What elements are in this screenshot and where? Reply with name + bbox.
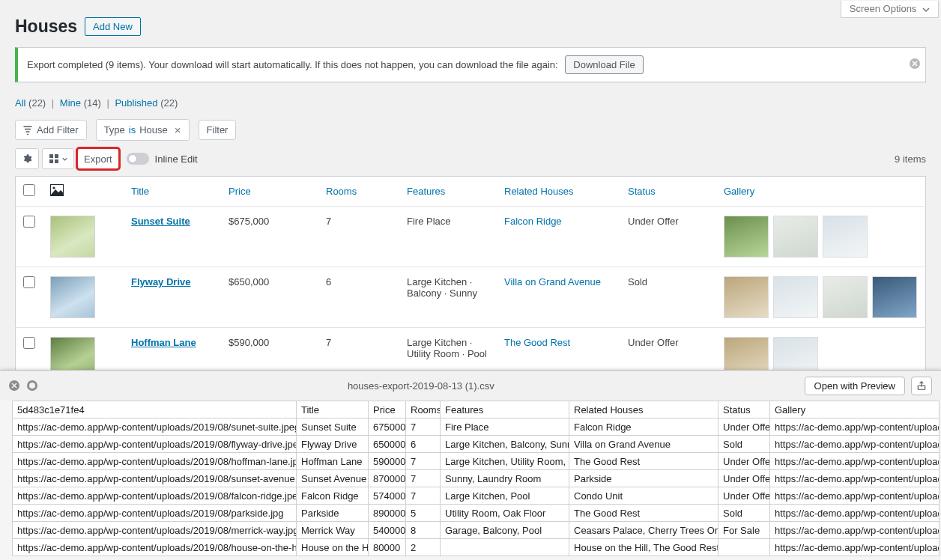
gallery-thumb[interactable]	[773, 276, 818, 318]
csv-cell: Garage, Balcony, Pool	[441, 522, 569, 539]
col-title[interactable]: Title	[124, 177, 221, 207]
col-features[interactable]: Features	[399, 177, 497, 207]
csv-cell: https://ac-demo.app/wp-content/uploads/2…	[13, 419, 297, 436]
csv-header-cell: Related Houses	[569, 401, 718, 419]
open-with-preview-button[interactable]: Open with Preview	[805, 377, 905, 395]
list-table: Title Price Rooms Features Related House…	[15, 176, 926, 389]
screen-options-label: Screen Options	[850, 3, 917, 14]
csv-header-cell: Rooms	[406, 401, 441, 419]
gallery-thumb[interactable]	[724, 216, 769, 258]
csv-cell: Hoffman Lane	[297, 453, 369, 470]
col-rooms[interactable]: Rooms	[318, 177, 399, 207]
col-related[interactable]: Related Houses	[497, 177, 620, 207]
share-button[interactable]	[911, 377, 932, 395]
inline-edit-toggle[interactable]	[127, 153, 149, 165]
row-checkbox[interactable]	[23, 276, 35, 288]
related-house-link[interactable]: Villa on Grand Avenue	[504, 276, 601, 287]
csv-cell: https://ac-demo.app/wp-content/uploads/2…	[13, 522, 297, 539]
filter-chip-op: is	[129, 124, 136, 136]
csv-header-cell: Status	[718, 401, 770, 419]
row-rooms: 7	[318, 207, 399, 267]
download-file-button[interactable]: Download File	[565, 55, 643, 74]
row-checkbox[interactable]	[23, 216, 35, 228]
csv-cell: 650000	[369, 436, 406, 453]
filter-button[interactable]: Filter	[199, 120, 237, 140]
csv-cell: 574000	[369, 487, 406, 505]
add-new-button[interactable]: Add New	[85, 17, 141, 36]
export-button-label: Export	[84, 153, 112, 165]
csv-cell: https://ac-demo.app/wp-content/uploads/2	[770, 487, 940, 505]
filter-chip-value: House	[139, 124, 168, 136]
export-button[interactable]: Export	[77, 148, 119, 169]
svg-rect-4	[55, 159, 58, 163]
secondary-quicklook-button[interactable]	[27, 380, 37, 391]
csv-table: 5d483c1e71fe4TitlePriceRoomsFeaturesRela…	[12, 401, 940, 556]
view-all-count: (22)	[28, 97, 46, 109]
col-status[interactable]: Status	[620, 177, 716, 207]
image-icon	[50, 184, 64, 196]
csv-cell: https://ac-demo.app/wp-content/uploads/2	[770, 522, 940, 539]
notice-message: Export completed (9 items). Your downloa…	[27, 59, 558, 70]
svg-rect-3	[49, 159, 53, 163]
csv-file-name: houses-export-2019-08-13 (1).csv	[37, 380, 805, 392]
csv-cell: 5	[406, 505, 441, 522]
add-filter-button[interactable]: Add Filter	[15, 120, 87, 140]
csv-cell: 8	[406, 522, 441, 539]
related-house-link[interactable]: The Good Rest	[504, 337, 570, 348]
csv-header-cell: 5d483c1e71fe4	[13, 401, 297, 419]
csv-cell: The Good Rest	[569, 453, 718, 470]
caret-down-icon	[62, 156, 67, 162]
select-all-checkbox[interactable]	[23, 184, 35, 196]
csv-header-cell: Title	[297, 401, 369, 419]
svg-point-6	[52, 186, 55, 189]
table-row: Sunset Suite $675,000 7 Fire Place Falco…	[16, 207, 926, 267]
item-count-label: 9 items	[895, 153, 926, 165]
csv-cell: https://ac-demo.app/wp-content/uploads/2	[770, 539, 940, 556]
row-checkbox[interactable]	[23, 337, 35, 349]
csv-cell: 7	[406, 453, 441, 470]
csv-cell: 7	[406, 487, 441, 505]
gallery-thumb[interactable]	[823, 276, 868, 318]
caret-down-icon	[922, 6, 930, 13]
csv-cell: Parkside	[297, 505, 369, 522]
row-title-link[interactable]: Flyway Drive	[131, 276, 191, 287]
settings-button[interactable]	[15, 148, 39, 169]
gallery-thumb[interactable]	[872, 276, 917, 318]
view-mine-link[interactable]: Mine	[60, 97, 81, 109]
row-title-link[interactable]: Sunset Suite	[131, 216, 190, 227]
csv-cell: Sunset Avenue	[297, 470, 369, 487]
csv-cell: https://ac-demo.app/wp-content/uploads/2	[770, 470, 940, 487]
csv-cell: Under Offer	[718, 419, 770, 436]
csv-cell: Falcon Ridge	[297, 487, 369, 505]
remove-filter-button[interactable]: ×	[175, 124, 181, 136]
col-gallery[interactable]: Gallery	[716, 177, 926, 207]
csv-header-cell: Price	[369, 401, 406, 419]
gallery-thumb[interactable]	[773, 216, 818, 258]
csv-cell: 890000	[369, 505, 406, 522]
row-thumbnail[interactable]	[50, 276, 95, 318]
row-price: $675,000	[221, 207, 318, 267]
close-quicklook-button[interactable]	[9, 380, 19, 391]
csv-row: https://ac-demo.app/wp-content/uploads/2…	[13, 436, 940, 453]
row-thumbnail[interactable]	[50, 216, 95, 258]
csv-header-cell: Features	[441, 401, 569, 419]
gallery-thumb[interactable]	[724, 276, 769, 318]
layout-button[interactable]	[42, 148, 74, 169]
csv-cell: https://ac-demo.app/wp-content/uploads/2	[770, 505, 940, 522]
csv-row: https://ac-demo.app/wp-content/uploads/2…	[13, 453, 940, 470]
dismiss-notice-button[interactable]	[909, 58, 921, 73]
csv-cell: 2	[406, 539, 441, 556]
csv-cell: Condo Unit	[569, 487, 718, 505]
csv-cell: 80000	[369, 539, 406, 556]
row-status: Sold	[620, 267, 716, 328]
row-title-link[interactable]: Hoffman Lane	[131, 337, 196, 348]
csv-row: https://ac-demo.app/wp-content/uploads/2…	[13, 487, 940, 505]
gallery-thumb[interactable]	[823, 216, 868, 258]
view-published-link[interactable]: Published	[115, 97, 157, 109]
related-house-link[interactable]: Falcon Ridge	[504, 216, 562, 227]
view-all-link[interactable]: All	[15, 97, 25, 109]
filter-chip-type[interactable]: Type is House ×	[96, 119, 190, 141]
col-price[interactable]: Price	[221, 177, 318, 207]
table-row: Flyway Drive $650,000 6 Large Kitchen · …	[16, 267, 926, 328]
screen-options-button[interactable]: Screen Options	[841, 1, 939, 18]
